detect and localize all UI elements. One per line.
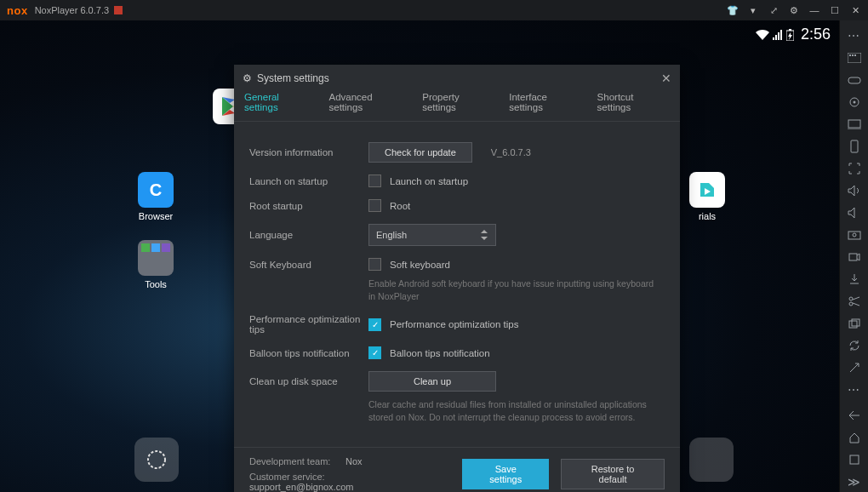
browser-shortcut[interactable]: C Browser: [138, 172, 174, 221]
launch-checkbox[interactable]: [368, 174, 381, 187]
dock-item-2[interactable]: [689, 438, 734, 482]
row-softkb: Soft Keyboard Soft keyboard: [249, 258, 665, 271]
svg-rect-18: [849, 321, 857, 328]
row-cleanup: Clean up disk space Clean up: [249, 371, 665, 392]
scissors-icon[interactable]: [844, 291, 865, 312]
cleanup-hint: Clear cache and residual files from inst…: [368, 398, 658, 423]
dock-item-1[interactable]: [134, 438, 179, 482]
tools-folder-icon: [138, 240, 174, 276]
row-balloon: Balloon tips notification ✓ Balloon tips…: [249, 346, 665, 359]
svg-rect-6: [854, 54, 856, 56]
browser-icon: C: [138, 172, 174, 208]
svg-point-16: [849, 297, 853, 300]
dialog-title: System settings: [257, 72, 329, 84]
footer-meta: Development team: Nox Customer service: …: [249, 456, 445, 492]
tab-property[interactable]: Property settings: [422, 92, 495, 114]
fullscreen-icon[interactable]: [844, 158, 865, 179]
close-icon[interactable]: ✕: [849, 5, 861, 16]
version-label: Version information: [249, 147, 368, 157]
theme-icon[interactable]: 👕: [727, 5, 739, 16]
gamepad-icon[interactable]: [844, 70, 865, 90]
collapse-icon[interactable]: ≫: [844, 472, 865, 492]
svg-rect-10: [848, 120, 860, 128]
row-perf: Performance optimization tips ✓ Performa…: [249, 314, 665, 335]
root-checkbox[interactable]: [368, 199, 381, 212]
language-value: English: [376, 230, 407, 240]
dev-team-value: Nox: [345, 456, 363, 466]
svg-rect-5: [852, 54, 854, 56]
install-apk-icon[interactable]: [844, 269, 865, 289]
dialog-close-icon[interactable]: ✕: [661, 72, 671, 85]
customer-service-value: support_en@bignox.com: [249, 482, 353, 492]
multi-instance-icon[interactable]: ▾: [747, 5, 759, 16]
restore-default-button[interactable]: Restore to default: [561, 459, 665, 489]
emulator-screen: 2:56 C Browser Tools rials: [0, 20, 839, 492]
svg-rect-7: [848, 77, 860, 83]
side-toolbar: ⋯ ⋯ ≫: [839, 20, 868, 492]
svg-rect-19: [852, 319, 859, 326]
back-icon[interactable]: [844, 405, 865, 426]
record-icon[interactable]: [844, 247, 865, 267]
gear-icon[interactable]: ⚙: [788, 5, 800, 16]
tutorials-shortcut[interactable]: rials: [689, 172, 725, 221]
row-root: Root startup Root: [249, 199, 665, 212]
row-launch: Launch on startup Launch on startup: [249, 174, 665, 187]
softkb-cb-label: Soft keyboard: [390, 260, 450, 270]
more-icon[interactable]: ⋯: [844, 26, 865, 46]
chevron-updown-icon: [480, 230, 488, 240]
perf-checkbox[interactable]: ✓: [368, 318, 381, 331]
minimize-icon[interactable]: —: [808, 5, 820, 15]
clock: 2:56: [801, 26, 831, 43]
root-label: Root startup: [249, 201, 368, 211]
maximize-icon[interactable]: ☐: [829, 5, 841, 16]
check-update-button[interactable]: Check for update: [368, 142, 472, 163]
home-icon[interactable]: [844, 427, 865, 448]
balloon-cb-label: Balloon tips notification: [390, 348, 490, 358]
screenshot-icon[interactable]: [844, 225, 865, 245]
cleanup-button[interactable]: Clean up: [368, 371, 496, 392]
dialog-footer: Development team: Nox Customer service: …: [234, 447, 680, 492]
root-cb-label: Root: [390, 201, 410, 211]
perf-label: Performance optimization tips: [249, 314, 368, 335]
softkb-label: Soft Keyboard: [249, 260, 368, 270]
balloon-label: Balloon tips notification: [249, 348, 368, 358]
location-icon[interactable]: [844, 92, 865, 112]
window-title: NoxPlayer 6.0.7.3: [35, 5, 109, 15]
keyboard-icon[interactable]: [844, 48, 865, 68]
tab-general[interactable]: General settings: [244, 92, 316, 114]
dev-team-label: Development team:: [249, 456, 343, 466]
svg-point-17: [849, 302, 853, 306]
dock-icon: [134, 438, 179, 482]
svg-rect-4: [849, 54, 851, 56]
softkb-hint: Enable Android soft keyboard if you have…: [368, 277, 658, 302]
language-label: Language: [249, 230, 368, 240]
softkb-checkbox[interactable]: [368, 258, 381, 271]
svg-point-9: [853, 101, 855, 104]
tools-folder[interactable]: Tools: [138, 240, 174, 289]
save-settings-button[interactable]: Save settings: [462, 459, 549, 489]
recents-icon[interactable]: [844, 449, 865, 470]
balloon-checkbox[interactable]: ✓: [368, 346, 381, 359]
cleanup-label: Clean up disk space: [249, 376, 368, 386]
share-icon[interactable]: ⤢: [768, 5, 779, 16]
language-select[interactable]: English: [368, 224, 496, 246]
svg-point-2: [148, 451, 165, 468]
svg-point-14: [853, 233, 856, 237]
shake-icon[interactable]: [844, 136, 865, 157]
tutorials-label: rials: [699, 211, 716, 221]
volume-down-icon[interactable]: [844, 203, 865, 223]
signal-icon: [773, 30, 783, 40]
browser-label: Browser: [139, 211, 173, 221]
rotate-icon[interactable]: [844, 335, 865, 356]
expand-icon[interactable]: [844, 358, 865, 378]
tab-interface[interactable]: Interface settings: [509, 92, 583, 114]
my-computer-icon[interactable]: [844, 114, 865, 134]
tools-label: Tools: [145, 279, 167, 289]
tab-shortcut[interactable]: Shortcut settings: [597, 92, 670, 114]
multi-window-icon[interactable]: [844, 313, 865, 334]
system-settings-dialog: ⚙ System settings ✕ General settings Adv…: [234, 65, 680, 492]
tab-advanced[interactable]: Advanced settings: [329, 92, 409, 114]
svg-rect-15: [849, 254, 857, 260]
volume-up-icon[interactable]: [844, 180, 865, 201]
more-bottom-icon[interactable]: ⋯: [844, 380, 865, 400]
